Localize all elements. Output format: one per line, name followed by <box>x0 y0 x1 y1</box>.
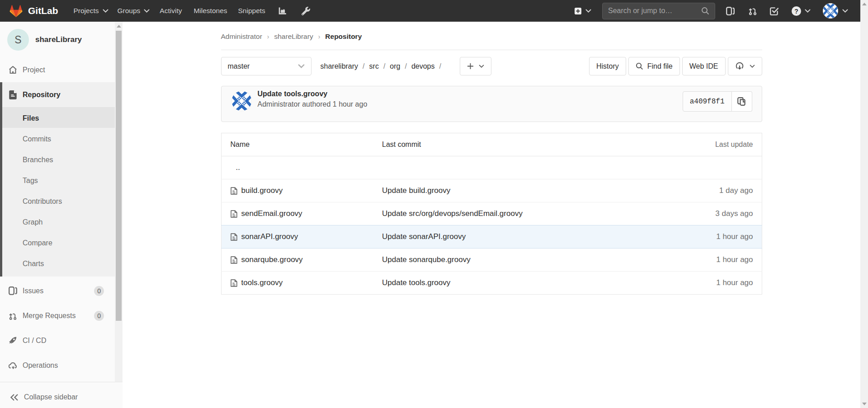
svg-text:?: ? <box>794 7 798 14</box>
